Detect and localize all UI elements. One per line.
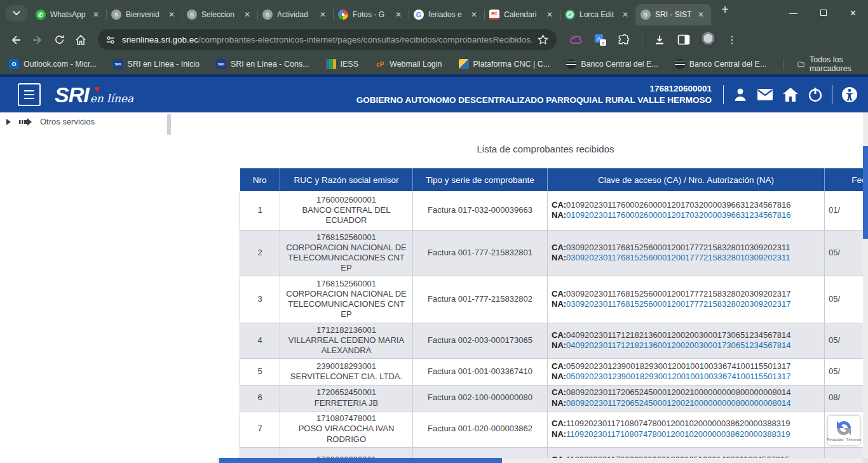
bookmark-item[interactable]: Outlook.com - Micr... [9, 59, 97, 69]
close-button[interactable]: ✕ [838, 0, 868, 25]
new-tab-button[interactable]: + [716, 1, 734, 19]
bookmark-label: Banco Central del E... [581, 60, 658, 69]
razon-social-value: SERVITELCONET CIA. LTDA. [284, 372, 409, 382]
mail-icon[interactable] [757, 88, 773, 101]
bookmarks-overflow[interactable]: Todos los marcadores [783, 55, 859, 73]
extensions-puzzle-icon[interactable] [614, 29, 635, 51]
tab-close-icon[interactable]: ✕ [166, 10, 177, 20]
downloads-button[interactable] [649, 29, 670, 51]
otros-servicios-icon [18, 117, 32, 126]
sidebar-item-otros-servicios[interactable]: Otros servicios [6, 117, 95, 126]
clave-acceso-line: CA:0109202301176000260000120170320000396… [552, 200, 820, 210]
na-link[interactable]: 0409202301171218213600120020030001730651… [566, 340, 790, 350]
header-ruc-razon: RUC y Razón social emisor [280, 168, 413, 191]
google-favicon [414, 10, 424, 20]
na-link[interactable]: 0809202301172065245000120021000000000800… [566, 398, 790, 408]
bookmark-item[interactable]: Plataforma CNC | C... [459, 59, 550, 69]
browser-tab[interactable]: WhatsApp ✕ [31, 4, 106, 25]
table-row: 5 2390018293001 SERVITELCONET CIA. LTDA.… [240, 358, 868, 385]
bookmark-item[interactable]: SRI en Línea - Cons... [216, 59, 309, 69]
forward-button[interactable] [27, 29, 48, 51]
sri-globe-favicon [641, 10, 651, 20]
tab-close-icon[interactable]: ✕ [318, 10, 328, 20]
na-label: NA: [552, 340, 566, 350]
reload-button[interactable] [48, 29, 70, 51]
na-link[interactable]: 0509202301239001829300120010010033674100… [566, 372, 790, 381]
bookmark-item[interactable]: Webmail Login [375, 59, 442, 69]
tab-title: Actividad [277, 10, 313, 19]
header-separator-2 [832, 85, 832, 104]
clave-acceso-line: CA:0809202301172065245000120021000000000… [552, 387, 820, 398]
bookmark-star-icon[interactable] [537, 34, 549, 46]
browser-tab[interactable]: Calendari ✕ [484, 4, 560, 25]
horizontal-scrollbar-thumb[interactable] [219, 458, 502, 463]
user-icon[interactable] [733, 87, 748, 102]
browser-tab[interactable]: Lorca Edit ✕ [560, 4, 635, 25]
cell-nro: 1 [240, 191, 280, 230]
weather-extension-icon[interactable] [566, 29, 587, 51]
browser-tab[interactable]: Fotos - G ✕ [333, 4, 409, 25]
minimize-button[interactable]: — [778, 0, 808, 25]
browser-tab[interactable]: Bienvenid ✕ [106, 4, 182, 25]
recaptcha-badge[interactable]: Privacidad - Términos [828, 416, 860, 445]
tab-close-icon[interactable]: ✕ [696, 10, 706, 20]
home-icon [74, 34, 87, 46]
sri-logo[interactable]: SRI en línea [55, 83, 133, 107]
browser-menu-button[interactable]: ⋮ [721, 29, 743, 51]
home-button[interactable] [70, 29, 92, 51]
expand-arrow-icon[interactable] [6, 119, 11, 125]
cell-clave-acceso: CA:0509202301239001829300120010010033674… [548, 358, 825, 385]
cell-nro: 2 [240, 230, 280, 276]
bookmark-item[interactable]: IESS [326, 59, 359, 69]
accessibility-icon[interactable] [841, 86, 858, 103]
bookmark-item[interactable]: Banco Central del E... [675, 59, 767, 69]
tab-close-icon[interactable]: ✕ [242, 10, 252, 20]
home-nav-icon[interactable] [782, 87, 799, 102]
bookmark-item[interactable]: Banco Central del E... [566, 59, 658, 69]
whatsapp-favicon [36, 10, 46, 20]
hamburger-menu-icon[interactable] [18, 83, 41, 106]
na-link[interactable]: 0309202301176815256000120017772158328010… [566, 253, 790, 262]
razon-social-value: POSO VIRACOCHA IVAN RODRIGO [284, 424, 409, 445]
ca-label: CA: [552, 361, 566, 371]
browser-tab[interactable]: feriados e ✕ [409, 4, 484, 25]
tab-title: Calendari [504, 10, 540, 19]
tab-close-icon[interactable]: ✕ [91, 10, 101, 20]
recaptcha-icon [836, 420, 852, 436]
browser-tab[interactable]: Actividad ✕ [257, 4, 333, 25]
na-label: NA: [552, 372, 566, 381]
ca-label: CA: [552, 330, 566, 340]
maximize-button[interactable] [808, 0, 838, 25]
tab-close-icon[interactable]: ✕ [620, 10, 630, 20]
cell-ruc-razon: 1768152560001 CORPORACION NACIONAL DE TE… [280, 230, 413, 276]
cell-ruc-razon: 2390018293001 SERVITELCONET CIA. LTDA. [280, 358, 413, 385]
tab-close-icon[interactable]: ✕ [469, 10, 479, 20]
bookmark-item[interactable]: SRI en Línea - Inicio [113, 59, 200, 69]
tab-close-icon[interactable]: ✕ [545, 10, 555, 20]
side-panel-button[interactable] [673, 29, 695, 51]
cell-nro: 5 [240, 358, 280, 385]
cell-clave-acceso: CA:1109202301171080747800120010200000038… [548, 411, 825, 447]
profile-avatar[interactable] [697, 29, 719, 51]
taxpayer-identity: 1768120600001 GOBIERNO AUTONOMO DESCENTR… [356, 83, 712, 106]
address-bar[interactable]: srienlinea.sri.gob.ec/comprobantes-elect… [98, 29, 557, 50]
bookmarks-bar: Outlook.com - Micr... SRI en Línea - Ini… [0, 54, 868, 74]
tab-close-icon[interactable]: ✕ [393, 10, 403, 20]
back-button[interactable] [5, 29, 27, 51]
tab-search-button[interactable] [5, 5, 28, 22]
razon-social-value: VILLARREAL CEDENO MARIA ALEXANDRA [284, 335, 409, 356]
na-link[interactable]: 1109202301171080747800120010200000038620… [566, 429, 790, 439]
power-icon[interactable] [808, 87, 823, 102]
vertical-scrollbar-thumb[interactable] [863, 146, 868, 239]
sidebar-scrollbar[interactable] [167, 114, 171, 135]
translate-icon[interactable]: Aa [590, 29, 611, 51]
page-content: Otros servicios Lista de comprobantes re… [0, 112, 868, 463]
browser-tab[interactable]: SRI - SISTE ✕ [635, 4, 711, 25]
bookmark-label: Plataforma CNC | C... [473, 60, 550, 69]
browser-tab[interactable]: Seleccion ✕ [182, 4, 257, 25]
na-link[interactable]: 0109202301176000260000120170320000396631… [566, 210, 790, 220]
cell-tipo-serie: Factura 001-001-003367410 [413, 358, 548, 385]
na-link[interactable]: 0309202301176815256000120017772158328020… [566, 299, 790, 309]
tab-title: Lorca Edit [580, 10, 616, 19]
site-info-icon[interactable] [105, 35, 116, 45]
